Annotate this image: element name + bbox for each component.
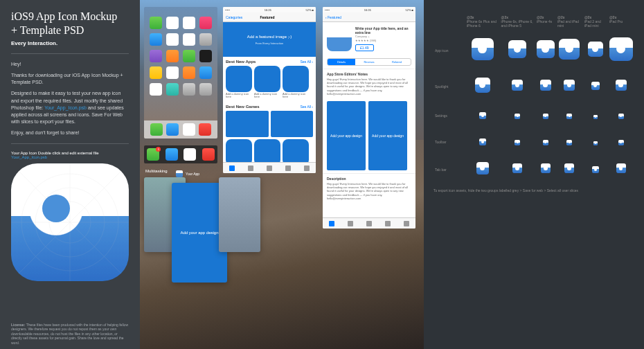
dock-icon[interactable] [183, 123, 195, 136]
dock-icon-mail[interactable] [166, 148, 178, 161]
game-tile[interactable] [271, 111, 314, 137]
featured-hero[interactable]: Add a featured image ;-) From Every Inte… [223, 22, 316, 57]
dock-icon-music[interactable] [202, 148, 215, 161]
export-footnote: To export icon assets, hide the two grou… [433, 188, 634, 193]
app-tile[interactable]: Add a dummy icon here [254, 66, 280, 99]
mockup-appstore-detail: •••••16:2652% ■ ‹ Featured Write your Ap… [323, 7, 415, 229]
home-icon[interactable] [199, 83, 212, 96]
icon-size-sample [541, 163, 551, 173]
nav-back[interactable]: ‹ Featured [325, 15, 341, 19]
icon-size-sample [476, 162, 489, 174]
icon-size-sample [566, 114, 572, 119]
brand-subtitle: Every Interaction. [11, 40, 129, 46]
home-icon[interactable] [183, 66, 195, 79]
home-icon[interactable] [150, 17, 162, 29]
psb-link[interactable]: Your_App_Icon.psb [44, 105, 87, 110]
home-icon[interactable] [199, 33, 212, 46]
spec-col-header: @2xiPad Pro [608, 12, 634, 30]
divider [11, 143, 129, 144]
tab-item[interactable] [267, 165, 272, 171]
home-icon[interactable] [183, 33, 195, 46]
home-icon[interactable] [199, 66, 212, 79]
price-button[interactable]: £1.49 [355, 44, 374, 51]
home-icon[interactable] [183, 17, 195, 29]
homescreen-dock [144, 120, 217, 138]
icon-size-sample [564, 163, 574, 173]
home-icon[interactable] [150, 50, 162, 62]
dock-icon[interactable] [150, 123, 163, 136]
tab-item[interactable] [304, 165, 310, 171]
screenshot[interactable]: Add your app design [368, 101, 407, 170]
home-icon[interactable] [199, 50, 212, 62]
home-icon[interactable] [166, 66, 179, 79]
app-tile[interactable]: Add a dummy icon here [283, 66, 309, 99]
spec-col-header: @2xiPhone 4s [535, 12, 556, 30]
intro-p3: Enjoy, and don't forget to share! [11, 129, 129, 136]
home-icon[interactable] [166, 33, 179, 46]
page-title: iOS9 App Icon Mockup + Template PSD [11, 10, 129, 37]
app-tile[interactable]: Add a dummy icon here [226, 66, 252, 99]
tab-item[interactable] [248, 165, 253, 171]
nav-categories[interactable]: Categories [226, 15, 242, 19]
home-icon[interactable] [150, 33, 162, 46]
home-icon[interactable] [150, 66, 162, 79]
tab-featured[interactable] [329, 221, 334, 226]
screenshots-row: Add your app design Add your app design [323, 98, 415, 173]
home-icon[interactable] [183, 83, 195, 96]
tab-item[interactable] [385, 221, 391, 226]
info-panel: iOS9 App Icon Mockup + Template PSD Ever… [0, 0, 140, 349]
spec-col-header: @2xiPhone 6s, iPhone 6, and iPhone 5 [500, 12, 535, 30]
app-title: Write your App title here, and an extra … [355, 26, 411, 35]
home-icon[interactable] [199, 17, 212, 29]
icon-size-sample [618, 140, 624, 145]
seg-reviews[interactable]: Reviews [355, 59, 383, 65]
dock-icon-safari[interactable] [184, 148, 196, 161]
seg-details[interactable]: Details [328, 59, 355, 65]
icon-size-sample [593, 141, 598, 145]
psb-link-2[interactable]: Your_App_Icon.psb [11, 155, 47, 159]
icon-size-sample [515, 114, 520, 119]
app-icon-mini [176, 170, 183, 177]
home-icon[interactable] [166, 83, 179, 96]
tab-item[interactable] [285, 165, 291, 171]
icon-size-sample [537, 40, 555, 58]
mockup-appstore-featured: •••••16:2652% ■ Categories Featured Add … [223, 7, 316, 173]
nav-title: Featured [242, 15, 292, 19]
multitask-app-label: Your App [176, 170, 199, 177]
seg-related[interactable]: Related [383, 59, 411, 65]
game-tile[interactable] [226, 111, 269, 137]
multitask-card[interactable] [219, 177, 260, 252]
spec-row-label: Settings [433, 102, 465, 129]
icon-size-sample [479, 112, 486, 119]
tab-bar [323, 217, 415, 229]
tab-item[interactable] [366, 221, 372, 226]
tab-featured[interactable] [229, 165, 235, 171]
home-icon[interactable] [183, 50, 195, 62]
badge: 1 [156, 147, 161, 152]
home-icon[interactable] [166, 17, 179, 29]
spec-col-header: @3xiPhone 6s Plus and iPhone 6 [465, 12, 500, 30]
divider [11, 53, 129, 54]
tab-item[interactable] [404, 221, 409, 226]
icon-size-sample [609, 37, 633, 61]
nav-bar: Categories Featured [223, 12, 316, 22]
icon-size-sample [616, 80, 627, 91]
app-icon[interactable] [327, 26, 352, 51]
editors-notes: App Store Editors' Notes Hey guys! Every… [323, 69, 415, 98]
app-icon-preview-large[interactable] [11, 163, 129, 281]
dock-icon[interactable] [166, 123, 179, 136]
icon-size-sample [508, 40, 526, 58]
home-icon[interactable] [166, 50, 179, 62]
dock-icon-messages[interactable]: 1 [147, 148, 159, 161]
icon-size-sample [559, 39, 580, 60]
icon-instruction: Your App Icon Double click and edit exte… [11, 151, 129, 159]
homescreen-icon-grid [144, 7, 217, 98]
mockup-homescreen [144, 7, 217, 138]
see-all-link[interactable]: See All › [300, 105, 313, 109]
see-all-link[interactable]: See All › [300, 60, 313, 64]
dock-icon[interactable] [199, 123, 211, 136]
app-company[interactable]: Company + [355, 35, 411, 38]
home-icon[interactable] [150, 83, 162, 96]
tab-item[interactable] [348, 221, 353, 226]
screenshot[interactable]: Add your app design [327, 101, 366, 170]
